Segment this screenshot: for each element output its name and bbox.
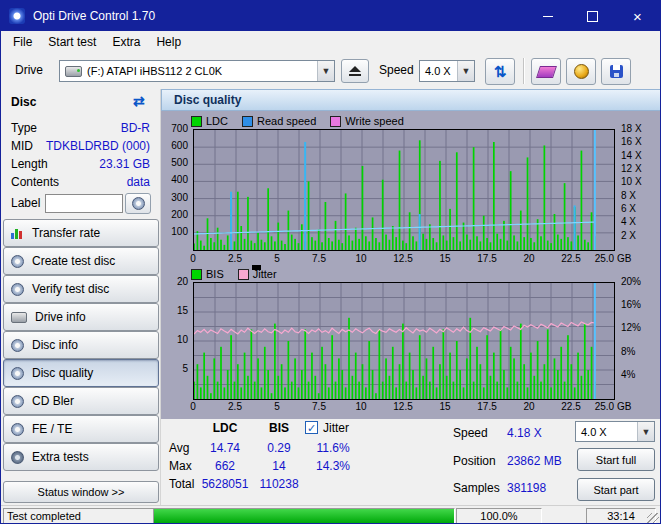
axis-tick-label: 200 <box>171 209 188 220</box>
jitter-checkbox[interactable]: ✓ <box>305 421 318 434</box>
label-browse-button[interactable] <box>125 193 151 214</box>
start-part-button[interactable]: Start part <box>577 478 655 501</box>
options-icon <box>574 64 589 79</box>
minimize-button[interactable] <box>525 1 570 31</box>
axis-tick-label: 8% <box>621 346 635 357</box>
sidebar-item-create-test-disc[interactable]: Create test disc <box>3 247 159 275</box>
sidebar-item-label: FE / TE <box>32 422 72 436</box>
axis-tick-label: 5 <box>274 253 280 264</box>
axis-tick-label: 7.5 <box>312 253 326 264</box>
axis-tick-label: 20 <box>523 401 534 412</box>
menu-file[interactable]: File <box>5 31 40 53</box>
start-part-label: Start part <box>593 484 638 496</box>
test-speed-select[interactable]: 4.0 X ▼ <box>575 421 655 442</box>
save-button[interactable] <box>601 58 631 85</box>
axis-tick-label: 17.5 <box>477 401 496 412</box>
status-text-cell: Test completed <box>3 508 154 524</box>
axis-tick-label: 4 X <box>621 216 636 227</box>
disc-contents-value[interactable]: data <box>127 175 150 189</box>
menu-help[interactable]: Help <box>148 31 189 53</box>
write-speed-legend-label: Write speed <box>345 115 404 127</box>
position-row-label: Position <box>453 454 496 468</box>
page-title: Disc quality <box>174 93 241 107</box>
close-button[interactable]: × <box>615 1 660 31</box>
axis-tick-label: 18 X <box>621 123 642 134</box>
sidebar-item-transfer-rate[interactable]: Transfer rate <box>3 219 159 247</box>
sidebar-item-disc-info[interactable]: Disc info <box>3 331 159 359</box>
menubar: File Start test Extra Help <box>1 31 660 53</box>
sidebar-item-extra-tests[interactable]: Extra tests <box>3 443 159 471</box>
status-window-button[interactable]: Status window >> <box>3 481 159 503</box>
axis-tick-label: 10 <box>177 334 188 345</box>
axis-tick-label: 15 <box>177 305 188 316</box>
sidebar-item-fe-te[interactable]: FE / TE <box>3 415 159 443</box>
axis-tick-label: 4% <box>621 369 635 380</box>
jitter-checkbox-label: Jitter <box>323 421 349 435</box>
jitter-legend-swatch <box>238 269 249 280</box>
speed-select[interactable]: 4.0 X ▼ <box>419 60 475 82</box>
disc-type-label: Type <box>11 121 37 135</box>
options-button[interactable] <box>566 58 596 85</box>
max-bis-value: 14 <box>251 459 307 473</box>
total-row-label: Total <box>169 477 194 491</box>
sidebar-item-verify-test-disc[interactable]: Verify test disc <box>3 275 159 303</box>
refresh-disc-icon[interactable]: ⇄ <box>133 93 145 109</box>
disc-icon <box>11 367 24 380</box>
eject-icon <box>348 65 362 77</box>
panel-title-bar: Disc quality <box>161 89 661 111</box>
resize-grip[interactable] <box>647 513 659 524</box>
start-full-button[interactable]: Start full <box>577 448 655 471</box>
drive-select-value: (F:) ATAPI iHBS112 2 CL0K <box>87 65 222 77</box>
maximize-button[interactable] <box>570 1 615 31</box>
axis-tick-label: 25.0 GB <box>595 253 632 264</box>
test-speed-value: 4.0 X <box>581 426 607 438</box>
axis-tick-label: 10 <box>355 401 366 412</box>
axis-tick-label: 15 <box>439 253 450 264</box>
disc-mid-value: TDKBLDRBD (000) <box>46 139 150 153</box>
disc-label-label: Label <box>11 196 40 210</box>
minimize-icon <box>543 16 553 17</box>
chevron-down-icon: ▼ <box>457 61 474 81</box>
axis-tick-label: 17.5 <box>477 253 496 264</box>
bottom-chart-legend: BIS Jitter <box>191 268 291 280</box>
progress-fill <box>154 509 454 523</box>
sidebar-item-label: Disc quality <box>32 366 93 380</box>
drive-select[interactable]: (F:) ATAPI iHBS112 2 CL0K ▼ <box>59 60 335 82</box>
elapsed-time-cell: 33:14 <box>586 508 656 524</box>
disc-icon <box>11 339 24 352</box>
axis-tick-label: 22.5 <box>561 401 580 412</box>
avg-bis-value: 0.29 <box>251 441 307 455</box>
top-chart-legend: LDC Read speed Write speed <box>191 115 418 127</box>
write-speed-legend-swatch <box>330 116 341 127</box>
gear-icon <box>11 451 24 464</box>
ldc-legend-label: LDC <box>206 115 228 127</box>
label-input[interactable] <box>45 194 123 213</box>
axis-tick-label: 25.0 GB <box>595 401 632 412</box>
bis-legend-swatch <box>191 269 202 280</box>
axis-tick-label: 600 <box>171 140 188 151</box>
status-window-label: Status window >> <box>38 486 125 498</box>
axis-tick-label: 16 X <box>621 136 642 147</box>
ldc-legend-swatch <box>191 116 202 127</box>
menu-extra[interactable]: Extra <box>104 31 148 53</box>
menu-start-test[interactable]: Start test <box>40 31 104 53</box>
disc-section-title: Disc <box>11 95 36 109</box>
sidebar-item-label: Transfer rate <box>32 226 100 240</box>
max-row-label: Max <box>169 459 192 473</box>
axis-tick-label: 6 X <box>621 203 636 214</box>
app-icon <box>9 8 25 24</box>
refresh-button[interactable]: ⇅ <box>485 58 515 85</box>
toolbar-divider <box>523 58 525 84</box>
erase-disc-button[interactable] <box>531 58 561 85</box>
bottom-chart-plot <box>193 282 615 400</box>
eject-button[interactable] <box>341 59 369 83</box>
sidebar-item-drive-info[interactable]: Drive info <box>3 303 159 331</box>
axis-tick-label: 10 X <box>621 176 642 187</box>
sidebar-item-cd-bler[interactable]: CD Bler <box>3 387 159 415</box>
axis-tick-label: 12 X <box>621 163 642 174</box>
disc-contents-label: Contents <box>11 175 59 189</box>
statusbar: Test completed 100.0% 33:14 <box>1 505 660 524</box>
sidebar: Disc ⇄ Type BD-R MID TDKBLDRBD (000) Len… <box>1 89 161 505</box>
sidebar-item-disc-quality[interactable]: Disc quality <box>3 359 159 387</box>
disc-icon <box>11 283 24 296</box>
